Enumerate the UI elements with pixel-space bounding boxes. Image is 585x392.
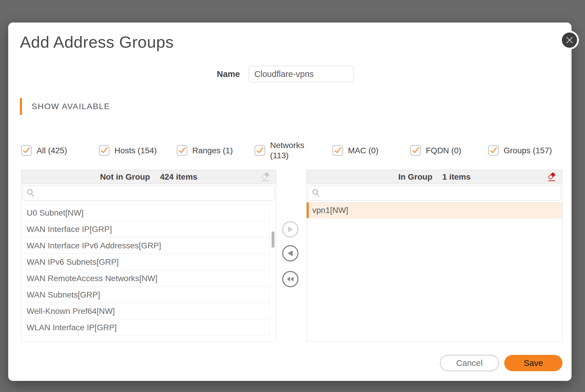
filter-label: Ranges (1) (192, 145, 233, 156)
filter-checkbox-groups[interactable]: Groups (157) (488, 137, 566, 164)
filter-label: FQDN (0) (426, 145, 461, 156)
panel-item-count: 424 items (160, 172, 198, 182)
checkbox-checked-icon[interactable] (332, 145, 343, 156)
search-icon (27, 189, 35, 197)
list-item[interactable]: WAN Subnets[GRP] (21, 287, 270, 303)
checkbox-checked-icon[interactable] (99, 145, 109, 156)
check-icon (23, 146, 30, 153)
eraser-icon (261, 172, 270, 182)
list-item[interactable]: WAN Interface IP[GRP] (21, 221, 270, 238)
add-address-groups-dialog: Add Address Groups Name SHOW AVAILABLE A… (8, 23, 572, 381)
clear-selection-button[interactable] (547, 172, 556, 183)
checkbox-checked-icon[interactable] (255, 145, 265, 156)
panel-item-count: 1 items (442, 172, 471, 182)
accent-bar (20, 98, 22, 115)
not-in-group-header: Not in Group 424 items (21, 170, 276, 184)
arrow-left-icon (287, 250, 294, 257)
filter-label: Networks (113) (270, 140, 323, 161)
filter-label: Hosts (154) (114, 145, 157, 156)
check-icon (256, 146, 263, 153)
move-left-button[interactable] (282, 245, 298, 262)
not-in-group-list: U0 Subnet[NW] WAN Interface IP[GRP] WAN … (21, 202, 276, 341)
list-item[interactable]: U0 Subnet[NW] (21, 205, 270, 221)
filter-label: MAC (0) (348, 145, 378, 156)
filter-label: All (425) (37, 145, 67, 156)
check-icon (179, 146, 186, 153)
filter-checkbox-all[interactable]: All (425) (21, 137, 99, 164)
checkbox-checked-icon[interactable] (410, 145, 421, 156)
list-item[interactable]: WAN Interface IPv6 Addresses[GRP] (21, 238, 270, 254)
name-label: Name (172, 66, 240, 82)
save-button[interactable]: Save (504, 355, 562, 371)
filter-checkbox-ranges[interactable]: Ranges (1) (177, 137, 255, 164)
filter-checkbox-mac[interactable]: MAC (0) (332, 137, 410, 164)
in-group-header: In Group 1 items (307, 170, 562, 184)
name-input[interactable] (249, 66, 354, 82)
show-available-section: SHOW AVAILABLE (20, 98, 110, 115)
check-icon (334, 146, 341, 153)
filter-label: Groups (157) (504, 145, 552, 156)
clear-selection-button-disabled (261, 172, 270, 183)
cancel-button[interactable]: Cancel (440, 355, 499, 371)
close-icon (565, 36, 574, 44)
search-input[interactable] (38, 186, 271, 200)
dialog-title: Add Address Groups (20, 32, 174, 51)
not-in-group-search-box (23, 185, 275, 201)
list-item[interactable]: WLAN Interface IP[GRP] (21, 319, 270, 336)
in-group-panel: In Group 1 items vpn1[NW] (306, 170, 562, 342)
section-header-label: SHOW AVAILABLE (32, 102, 110, 111)
filter-checkbox-networks[interactable]: Networks (113) (255, 137, 332, 164)
in-group-search-box (308, 185, 561, 201)
list-item-partial (21, 202, 270, 205)
list-item[interactable]: WAN IPv6 Subnets[GRP] (21, 254, 270, 270)
move-all-left-button[interactable] (282, 271, 298, 287)
filter-checkbox-row: All (425) Hosts (154) Ranges (1) Network… (21, 137, 568, 164)
check-icon (412, 146, 419, 153)
move-right-button[interactable] (282, 221, 298, 238)
list-item-selected[interactable]: vpn1[NW] (307, 202, 562, 218)
filter-checkbox-fqdn[interactable]: FQDN (0) (410, 137, 488, 164)
scrollbar-thumb[interactable] (272, 231, 275, 248)
not-in-group-panel: Not in Group 424 items U0 Subne (21, 170, 276, 342)
panel-title: In Group (398, 172, 433, 182)
double-arrow-left-icon (287, 276, 294, 282)
filter-checkbox-hosts[interactable]: Hosts (154) (99, 137, 177, 164)
checkbox-checked-icon[interactable] (21, 145, 32, 156)
panel-title: Not in Group (100, 172, 150, 182)
list-item[interactable]: WAN RemoteAccess Networks[NW] (21, 270, 270, 287)
eraser-icon (547, 172, 556, 182)
checkbox-checked-icon[interactable] (488, 145, 499, 156)
in-group-list: vpn1[NW] (307, 202, 562, 341)
checkbox-checked-icon[interactable] (177, 145, 187, 156)
arrow-right-icon (287, 226, 294, 233)
search-icon (312, 189, 320, 197)
check-icon (101, 146, 108, 153)
list-item[interactable]: Well-Known Pref64[NW] (21, 303, 270, 319)
close-button[interactable] (560, 31, 579, 49)
check-icon (490, 146, 497, 153)
search-input[interactable] (323, 186, 557, 200)
